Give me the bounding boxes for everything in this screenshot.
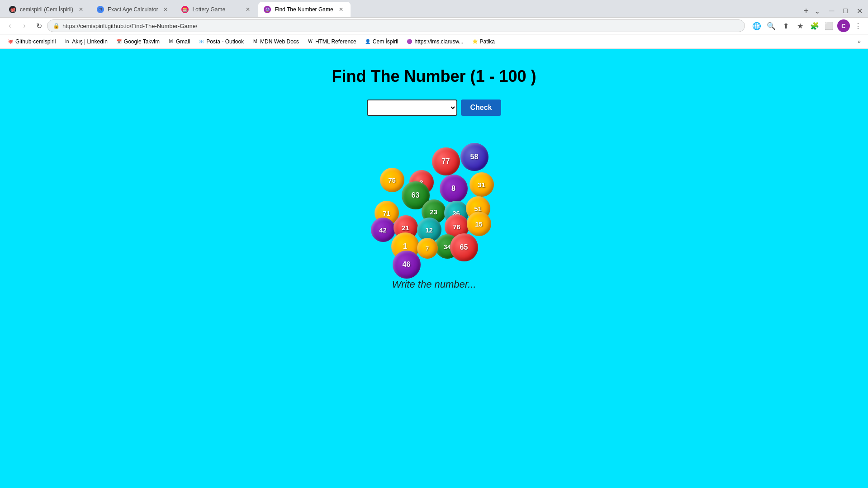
bookmark-favicon: M	[252, 38, 258, 45]
refresh-button[interactable]: ↻	[33, 19, 45, 32]
translate-button[interactable]: 🌐	[750, 19, 763, 32]
bookmark-favicon: in	[64, 38, 70, 45]
url-text: https://cemispirili.github.io/Find-The-N…	[62, 23, 197, 29]
extensions-button[interactable]: 🧩	[808, 19, 821, 32]
bookmark-item-bm-mdn[interactable]: M MDN Web Docs	[248, 37, 303, 47]
page-content: Find The Number (1 - 100 ) Check 7758375…	[0, 49, 868, 470]
toolbar-right: 🌐 🔍 ⬆ ★ 🧩 ⬜ C ⋮	[750, 19, 864, 32]
share-button[interactable]: ⬆	[779, 19, 792, 32]
tab-label: cemispirli (Cem İspirli)	[20, 6, 73, 13]
bookmark-label: MDN Web Docs	[260, 38, 299, 45]
forward-button[interactable]: ›	[18, 19, 31, 32]
lottery-ball-77[interactable]: 77	[432, 147, 460, 175]
lottery-ball-75[interactable]: 75	[380, 168, 404, 192]
bookmark-item-bm-github[interactable]: 🐙 Github-cemispirli	[4, 37, 59, 47]
tab-close-button[interactable]: ✕	[161, 5, 170, 14]
lottery-ball-65[interactable]: 65	[450, 233, 478, 261]
game-controls: Check	[367, 99, 501, 116]
bookmark-item-bm-linkedin[interactable]: in Akış | LinkedIn	[60, 37, 111, 47]
bookmark-label: Github-cemispirli	[15, 38, 56, 45]
bookmark-favicon: M	[168, 38, 174, 45]
address-bar[interactable]: 🔒 https://cemispirili.github.io/Find-The…	[47, 19, 745, 32]
bookmark-label: HTML Reference	[315, 38, 356, 45]
lottery-ball-42[interactable]: 42	[371, 218, 395, 242]
bookmark-favicon: 🟣	[406, 38, 413, 45]
minimize-button[interactable]: ─	[827, 5, 836, 17]
security-icon: 🔒	[53, 23, 60, 29]
bookmark-favicon: 🐙	[7, 38, 14, 45]
lottery-ball-31[interactable]: 31	[470, 172, 494, 197]
lottery-ball-15[interactable]: 15	[467, 212, 491, 236]
tab-close-button[interactable]: ✕	[77, 5, 85, 14]
number-select[interactable]	[367, 99, 457, 116]
tab-label: Exact Age Calculator	[108, 6, 158, 13]
tab-list-button[interactable]: ⌄	[812, 5, 822, 17]
balls-container: 77583756383171233651422112761513476546	[366, 134, 502, 265]
check-button[interactable]: Check	[461, 99, 501, 116]
game-title: Find The Number (1 - 100 )	[332, 67, 536, 86]
bookmark-item-bm-patika[interactable]: ⭐ Patika	[468, 37, 498, 47]
bookmark-favicon: W	[307, 38, 313, 45]
bookmark-button[interactable]: ★	[794, 19, 806, 32]
bookmark-label: Posta - Outlook	[206, 38, 244, 45]
bookmark-item-bm-html[interactable]: W HTML Reference	[304, 37, 360, 47]
bookmark-item-bm-cem[interactable]: 👤 Cem İspirli	[361, 37, 402, 47]
browser-tab-tab-age[interactable]: ⏱ Exact Age Calculator ✕	[91, 2, 175, 17]
bookmark-label: https://lms.clarusw...	[414, 38, 463, 45]
tab-label: Find The Number Game	[275, 6, 333, 13]
bookmark-favicon: ⭐	[472, 38, 478, 45]
tab-label: Lottery Game	[192, 6, 240, 13]
bookmark-label: Akış | LinkedIn	[72, 38, 108, 45]
tabs-bar: 🐙 cemispirli (Cem İspirli) ✕ ⏱ Exact Age…	[0, 0, 868, 17]
close-window-button[interactable]: ✕	[855, 5, 864, 17]
tab-close-button[interactable]: ✕	[337, 5, 345, 14]
bookmarks-bar: 🐙 Github-cemispirli in Akış | LinkedIn 📅…	[0, 34, 868, 49]
bookmark-label: Google Takvim	[124, 38, 160, 45]
bookmark-label: Gmail	[176, 38, 190, 45]
sidebar-toggle-button[interactable]: ⬜	[823, 19, 835, 32]
bookmark-item-bm-takvim[interactable]: 📅 Google Takvim	[112, 37, 163, 47]
new-tab-button[interactable]: +	[800, 5, 812, 17]
bookmarks-more-button[interactable]: »	[854, 37, 864, 47]
lottery-ball-8[interactable]: 8	[440, 175, 468, 203]
browser-chrome: 🐙 cemispirli (Cem İspirli) ✕ ⏱ Exact Age…	[0, 0, 868, 49]
bookmark-item-bm-lms[interactable]: 🟣 https://lms.clarusw...	[403, 37, 467, 47]
tab-favicon: ⏱	[97, 6, 104, 13]
tab-close-button[interactable]: ✕	[244, 5, 252, 14]
game-prompt: Write the number...	[392, 279, 476, 290]
browser-tab-tab-game[interactable]: 🔮 Find The Number Game ✕	[258, 2, 350, 17]
menu-button[interactable]: ⋮	[852, 19, 864, 32]
bookmark-item-bm-gmail[interactable]: M Gmail	[164, 37, 194, 47]
browser-tab-tab-lottery[interactable]: 🎰 Lottery Game ✕	[176, 2, 257, 17]
bookmark-favicon: 👤	[365, 38, 371, 45]
profile-button[interactable]: C	[837, 19, 850, 32]
window-controls: ⌄ ─ □ ✕	[812, 5, 864, 17]
back-button[interactable]: ‹	[4, 19, 16, 32]
bookmark-favicon: 📧	[198, 38, 204, 45]
bookmark-label: Patika	[480, 38, 495, 45]
tab-favicon: 🎰	[181, 6, 189, 13]
tab-favicon: 🔮	[264, 6, 271, 13]
search-button[interactable]: 🔍	[765, 19, 778, 32]
maximize-button[interactable]: □	[841, 5, 849, 17]
bookmark-favicon: 📅	[116, 38, 122, 45]
lottery-ball-58[interactable]: 58	[460, 143, 489, 171]
tab-favicon: 🐙	[9, 6, 16, 13]
omnibox-bar: ‹ › ↻ 🔒 https://cemispirili.github.io/Fi…	[0, 17, 868, 34]
browser-tab-tab-github[interactable]: 🐙 cemispirli (Cem İspirli) ✕	[4, 2, 90, 17]
lottery-ball-46[interactable]: 46	[393, 251, 421, 279]
bookmark-item-bm-outlook[interactable]: 📧 Posta - Outlook	[194, 37, 247, 47]
bookmark-label: Cem İspirli	[373, 38, 398, 45]
lottery-ball-7[interactable]: 7	[417, 238, 438, 259]
